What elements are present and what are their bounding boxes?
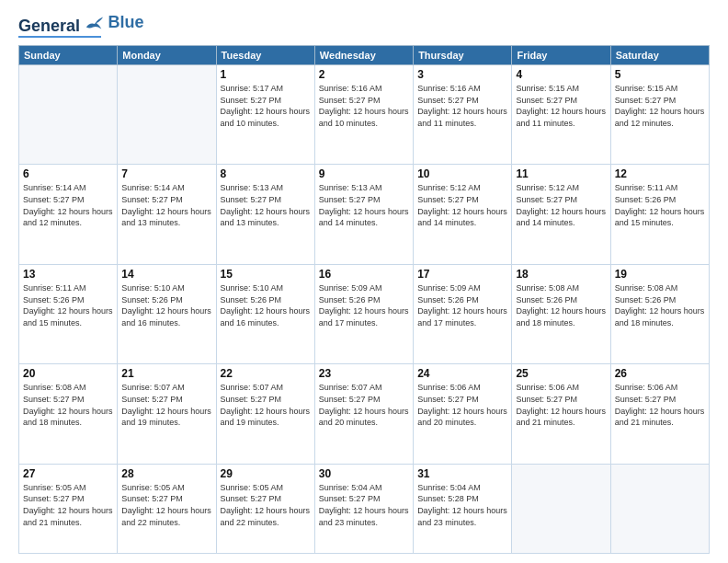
calendar-day-cell: 14Sunrise: 5:10 AMSunset: 5:26 PMDayligh… xyxy=(118,264,216,363)
day-number: 27 xyxy=(23,467,113,480)
calendar-week-row: 1Sunrise: 5:17 AMSunset: 5:27 PMDaylight… xyxy=(19,65,710,165)
day-info: Sunrise: 5:16 AMSunset: 5:27 PMDaylight:… xyxy=(319,83,409,129)
day-info: Sunrise: 5:08 AMSunset: 5:26 PMDaylight:… xyxy=(516,282,606,328)
calendar-day-cell: 25Sunrise: 5:06 AMSunset: 5:27 PMDayligh… xyxy=(512,364,610,464)
day-info: Sunrise: 5:05 AMSunset: 5:27 PMDaylight:… xyxy=(221,482,311,528)
daylight-label: Daylight: 12 hours hours xyxy=(221,506,311,515)
daylight-label: Daylight: 12 hours hours xyxy=(516,207,606,216)
sunrise-text: Sunrise: 5:07 AM xyxy=(121,383,185,392)
daylight-minutes: and 14 minutes. xyxy=(417,218,476,227)
sunset-text: Sunset: 5:26 PM xyxy=(417,295,479,304)
sunset-text: Sunset: 5:27 PM xyxy=(23,195,85,204)
daylight-label: Daylight: 12 hours hours xyxy=(516,107,606,116)
sunset-text: Sunset: 5:26 PM xyxy=(23,295,85,304)
daylight-label: Daylight: 12 hours hours xyxy=(121,506,211,515)
day-info: Sunrise: 5:14 AMSunset: 5:27 PMDaylight:… xyxy=(121,182,211,228)
calendar-day-cell: 2Sunrise: 5:16 AMSunset: 5:27 PMDaylight… xyxy=(314,65,413,165)
day-info: Sunrise: 5:10 AMSunset: 5:26 PMDaylight:… xyxy=(221,282,311,328)
daylight-minutes: and 22 minutes. xyxy=(121,518,180,527)
day-number: 19 xyxy=(615,268,705,281)
day-info: Sunrise: 5:16 AMSunset: 5:27 PMDaylight:… xyxy=(417,83,507,129)
day-number: 9 xyxy=(319,167,409,180)
sunset-text: Sunset: 5:27 PM xyxy=(319,494,381,503)
daylight-minutes: and 23 minutes. xyxy=(417,518,476,527)
calendar-table: SundayMondayTuesdayWednesdayThursdayFrid… xyxy=(18,45,710,554)
day-info: Sunrise: 5:17 AMSunset: 5:27 PMDaylight:… xyxy=(221,83,311,129)
sunrise-text: Sunrise: 5:11 AM xyxy=(615,183,678,192)
sunset-text: Sunset: 5:27 PM xyxy=(221,96,282,105)
day-number: 30 xyxy=(319,467,409,480)
daylight-minutes: and 21 minutes. xyxy=(23,518,82,527)
sunset-text: Sunset: 5:27 PM xyxy=(319,195,381,204)
day-info: Sunrise: 5:11 AMSunset: 5:26 PMDaylight:… xyxy=(23,282,113,328)
daylight-minutes: and 21 minutes. xyxy=(615,418,674,427)
daylight-minutes: and 15 minutes. xyxy=(23,318,82,327)
sunrise-text: Sunrise: 5:10 AM xyxy=(121,283,185,293)
sunrise-text: Sunrise: 5:08 AM xyxy=(615,283,678,293)
daylight-minutes: and 21 minutes. xyxy=(516,418,574,427)
daylight-label: Daylight: 12 hours hours xyxy=(121,207,211,216)
sunset-text: Sunset: 5:26 PM xyxy=(221,295,282,304)
daylight-label: Daylight: 12 hours hours xyxy=(121,306,211,316)
sunrise-text: Sunrise: 5:06 AM xyxy=(417,383,481,392)
daylight-label: Daylight: 12 hours hours xyxy=(319,207,409,216)
day-info: Sunrise: 5:07 AMSunset: 5:27 PMDaylight:… xyxy=(319,382,409,428)
day-number: 20 xyxy=(23,367,113,380)
day-number: 2 xyxy=(319,68,409,81)
sunset-text: Sunset: 5:27 PM xyxy=(23,494,85,503)
sunrise-text: Sunrise: 5:14 AM xyxy=(23,183,86,192)
day-of-week-header: Thursday xyxy=(414,46,512,65)
daylight-label: Daylight: 12 hours hours xyxy=(615,407,705,416)
day-number: 1 xyxy=(221,68,311,81)
sunrise-text: Sunrise: 5:13 AM xyxy=(221,183,284,192)
sunrise-text: Sunrise: 5:11 AM xyxy=(23,283,86,293)
calendar-day-cell: 11Sunrise: 5:12 AMSunset: 5:27 PMDayligh… xyxy=(512,165,610,264)
daylight-label: Daylight: 12 hours hours xyxy=(23,407,113,416)
calendar-day-cell: 8Sunrise: 5:13 AMSunset: 5:27 PMDaylight… xyxy=(216,165,314,264)
daylight-minutes: and 11 minutes. xyxy=(417,119,476,128)
daylight-minutes: and 13 minutes. xyxy=(221,218,279,227)
daylight-minutes: and 16 minutes. xyxy=(221,318,279,327)
sunrise-text: Sunrise: 5:15 AM xyxy=(516,84,579,93)
sunrise-text: Sunrise: 5:08 AM xyxy=(23,383,86,392)
sunset-text: Sunset: 5:26 PM xyxy=(615,295,677,304)
logo: General Blue xyxy=(18,15,144,38)
calendar-day-cell: 3Sunrise: 5:16 AMSunset: 5:27 PMDaylight… xyxy=(414,65,512,165)
calendar-day-cell: 4Sunrise: 5:15 AMSunset: 5:27 PMDaylight… xyxy=(512,65,610,165)
calendar-day-cell: 29Sunrise: 5:05 AMSunset: 5:27 PMDayligh… xyxy=(216,464,314,553)
sunset-text: Sunset: 5:27 PM xyxy=(221,195,282,204)
calendar-week-row: 6Sunrise: 5:14 AMSunset: 5:27 PMDaylight… xyxy=(19,165,710,264)
sunset-text: Sunset: 5:27 PM xyxy=(615,395,677,404)
day-info: Sunrise: 5:06 AMSunset: 5:27 PMDaylight:… xyxy=(417,382,507,428)
sunrise-text: Sunrise: 5:09 AM xyxy=(319,283,382,293)
sunrise-text: Sunrise: 5:06 AM xyxy=(615,383,678,392)
sunset-text: Sunset: 5:27 PM xyxy=(23,395,85,404)
sunset-text: Sunset: 5:27 PM xyxy=(121,494,183,503)
daylight-label: Daylight: 12 hours hours xyxy=(417,506,507,515)
day-number: 21 xyxy=(121,367,211,380)
sunset-text: Sunset: 5:26 PM xyxy=(516,295,577,304)
sunrise-text: Sunrise: 5:07 AM xyxy=(319,383,382,392)
sunset-text: Sunset: 5:27 PM xyxy=(221,395,282,404)
daylight-label: Daylight: 12 hours hours xyxy=(417,407,507,416)
day-info: Sunrise: 5:12 AMSunset: 5:27 PMDaylight:… xyxy=(417,182,507,228)
sunset-text: Sunset: 5:27 PM xyxy=(221,494,282,503)
day-number: 24 xyxy=(417,367,507,380)
daylight-label: Daylight: 12 hours hours xyxy=(221,306,311,316)
day-info: Sunrise: 5:08 AMSunset: 5:26 PMDaylight:… xyxy=(615,282,705,328)
calendar-day-cell xyxy=(610,464,709,553)
day-of-week-header: Monday xyxy=(118,46,216,65)
day-number: 3 xyxy=(417,68,507,81)
daylight-label: Daylight: 12 hours hours xyxy=(615,107,705,116)
daylight-label: Daylight: 12 hours hours xyxy=(221,407,311,416)
calendar-day-cell: 17Sunrise: 5:09 AMSunset: 5:26 PMDayligh… xyxy=(414,264,512,363)
sunset-text: Sunset: 5:27 PM xyxy=(417,195,479,204)
sunrise-text: Sunrise: 5:04 AM xyxy=(319,483,382,492)
daylight-label: Daylight: 12 hours hours xyxy=(417,107,507,116)
daylight-label: Daylight: 12 hours hours xyxy=(221,207,311,216)
day-number: 8 xyxy=(221,167,311,180)
day-of-week-header: Wednesday xyxy=(314,46,413,65)
logo-text: General xyxy=(18,15,105,34)
calendar-day-cell: 28Sunrise: 5:05 AMSunset: 5:27 PMDayligh… xyxy=(118,464,216,553)
daylight-minutes: and 12 minutes. xyxy=(615,119,674,128)
